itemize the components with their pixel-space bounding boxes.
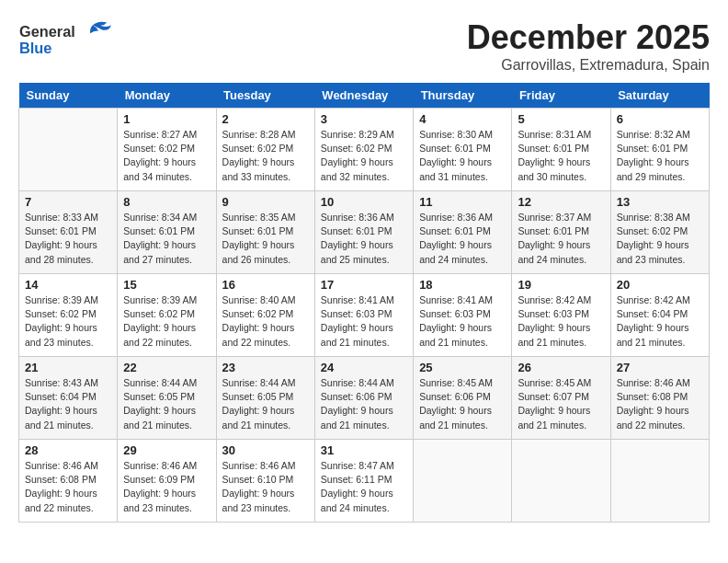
calendar-cell: 22Sunrise: 8:44 AM Sunset: 6:05 PM Dayli… (118, 357, 216, 440)
day-header-tuesday: Tuesday (216, 83, 314, 109)
day-number: 31 (321, 443, 407, 457)
day-number: 3 (321, 112, 407, 126)
day-info: Sunrise: 8:44 AM Sunset: 6:05 PM Dayligh… (222, 376, 309, 432)
day-number: 8 (123, 195, 210, 209)
day-header-wednesday: Wednesday (314, 83, 413, 109)
calendar-cell: 3Sunrise: 8:29 AM Sunset: 6:02 PM Daylig… (314, 109, 413, 191)
day-info: Sunrise: 8:44 AM Sunset: 6:05 PM Dayligh… (123, 376, 210, 432)
month-title: December 2025 (467, 18, 710, 57)
calendar-cell: 20Sunrise: 8:42 AM Sunset: 6:04 PM Dayli… (610, 274, 709, 357)
day-info: Sunrise: 8:44 AM Sunset: 6:06 PM Dayligh… (321, 376, 407, 432)
calendar-cell: 19Sunrise: 8:42 AM Sunset: 6:03 PM Dayli… (512, 274, 610, 357)
day-info: Sunrise: 8:33 AM Sunset: 6:01 PM Dayligh… (25, 211, 111, 267)
week-row-1: 1Sunrise: 8:27 AM Sunset: 6:02 PM Daylig… (19, 109, 710, 191)
calendar-cell: 18Sunrise: 8:41 AM Sunset: 6:03 PM Dayli… (414, 274, 512, 357)
day-number: 30 (222, 443, 309, 457)
day-info: Sunrise: 8:36 AM Sunset: 6:01 PM Dayligh… (419, 211, 506, 267)
logo: General Blue (18, 18, 129, 64)
calendar-cell (19, 109, 118, 191)
day-info: Sunrise: 8:45 AM Sunset: 6:06 PM Dayligh… (419, 376, 506, 432)
calendar-cell: 2Sunrise: 8:28 AM Sunset: 6:02 PM Daylig… (216, 109, 314, 191)
day-info: Sunrise: 8:32 AM Sunset: 6:01 PM Dayligh… (617, 128, 703, 184)
day-number: 9 (222, 195, 309, 209)
day-info: Sunrise: 8:46 AM Sunset: 6:08 PM Dayligh… (25, 459, 111, 515)
day-info: Sunrise: 8:37 AM Sunset: 6:01 PM Dayligh… (518, 211, 604, 267)
day-number: 21 (25, 361, 111, 374)
day-info: Sunrise: 8:39 AM Sunset: 6:02 PM Dayligh… (25, 293, 111, 350)
day-info: Sunrise: 8:38 AM Sunset: 6:02 PM Dayligh… (617, 211, 703, 267)
week-row-5: 28Sunrise: 8:46 AM Sunset: 6:08 PM Dayli… (19, 440, 710, 523)
calendar-cell: 25Sunrise: 8:45 AM Sunset: 6:06 PM Dayli… (414, 357, 512, 440)
day-info: Sunrise: 8:28 AM Sunset: 6:02 PM Dayligh… (222, 128, 309, 184)
calendar-cell: 30Sunrise: 8:46 AM Sunset: 6:10 PM Dayli… (216, 440, 314, 523)
calendar-cell: 15Sunrise: 8:39 AM Sunset: 6:02 PM Dayli… (118, 274, 216, 357)
day-number: 27 (617, 361, 703, 374)
day-number: 24 (321, 361, 407, 374)
day-info: Sunrise: 8:46 AM Sunset: 6:10 PM Dayligh… (222, 459, 309, 515)
day-number: 4 (419, 112, 506, 126)
day-number: 12 (518, 195, 604, 209)
calendar-cell: 4Sunrise: 8:30 AM Sunset: 6:01 PM Daylig… (414, 109, 512, 191)
day-number: 20 (617, 278, 703, 292)
calendar-cell: 6Sunrise: 8:32 AM Sunset: 6:01 PM Daylig… (610, 109, 709, 191)
calendar-cell: 5Sunrise: 8:31 AM Sunset: 6:01 PM Daylig… (512, 109, 610, 191)
calendar-cell (512, 440, 610, 523)
day-info: Sunrise: 8:41 AM Sunset: 6:03 PM Dayligh… (321, 293, 407, 350)
calendar-cell: 27Sunrise: 8:46 AM Sunset: 6:08 PM Dayli… (610, 357, 709, 440)
calendar-cell: 29Sunrise: 8:46 AM Sunset: 6:09 PM Dayli… (118, 440, 216, 523)
page-header: General Blue December 2025 Garrovillas, … (18, 18, 710, 74)
day-number: 6 (617, 112, 703, 126)
day-number: 17 (321, 278, 407, 292)
day-info: Sunrise: 8:43 AM Sunset: 6:04 PM Dayligh… (25, 376, 111, 432)
day-number: 11 (419, 195, 506, 209)
day-header-thursday: Thursday (414, 83, 512, 109)
calendar-cell: 7Sunrise: 8:33 AM Sunset: 6:01 PM Daylig… (19, 191, 118, 274)
day-number: 26 (518, 361, 604, 374)
calendar-cell: 17Sunrise: 8:41 AM Sunset: 6:03 PM Dayli… (314, 274, 413, 357)
calendar-cell: 8Sunrise: 8:34 AM Sunset: 6:01 PM Daylig… (118, 191, 216, 274)
calendar-cell: 24Sunrise: 8:44 AM Sunset: 6:06 PM Dayli… (314, 357, 413, 440)
day-number: 28 (25, 443, 111, 457)
calendar-cell: 10Sunrise: 8:36 AM Sunset: 6:01 PM Dayli… (314, 191, 413, 274)
day-number: 5 (518, 112, 604, 126)
day-info: Sunrise: 8:46 AM Sunset: 6:08 PM Dayligh… (617, 376, 703, 432)
day-number: 7 (25, 195, 111, 209)
day-header-sunday: Sunday (19, 83, 118, 109)
day-number: 23 (222, 361, 309, 374)
calendar-cell (414, 440, 512, 523)
week-row-4: 21Sunrise: 8:43 AM Sunset: 6:04 PM Dayli… (19, 357, 710, 440)
day-number: 2 (222, 112, 309, 126)
calendar-cell: 21Sunrise: 8:43 AM Sunset: 6:04 PM Dayli… (19, 357, 118, 440)
day-number: 10 (321, 195, 407, 209)
title-block: December 2025 Garrovillas, Extremadura, … (467, 18, 710, 74)
calendar-cell: 12Sunrise: 8:37 AM Sunset: 6:01 PM Dayli… (512, 191, 610, 274)
day-number: 14 (25, 278, 111, 292)
calendar-cell: 13Sunrise: 8:38 AM Sunset: 6:02 PM Dayli… (610, 191, 709, 274)
day-info: Sunrise: 8:41 AM Sunset: 6:03 PM Dayligh… (419, 293, 506, 350)
day-info: Sunrise: 8:40 AM Sunset: 6:02 PM Dayligh… (222, 293, 309, 350)
day-number: 18 (419, 278, 506, 292)
day-info: Sunrise: 8:29 AM Sunset: 6:02 PM Dayligh… (321, 128, 407, 184)
calendar-cell: 14Sunrise: 8:39 AM Sunset: 6:02 PM Dayli… (19, 274, 118, 357)
day-info: Sunrise: 8:30 AM Sunset: 6:01 PM Dayligh… (419, 128, 506, 184)
calendar-cell: 26Sunrise: 8:45 AM Sunset: 6:07 PM Dayli… (512, 357, 610, 440)
day-info: Sunrise: 8:35 AM Sunset: 6:01 PM Dayligh… (222, 211, 309, 267)
calendar-cell (610, 440, 709, 523)
day-number: 25 (419, 361, 506, 374)
day-header-saturday: Saturday (610, 83, 709, 109)
calendar-header-row: SundayMondayTuesdayWednesdayThursdayFrid… (19, 83, 710, 109)
svg-text:General: General (19, 23, 75, 40)
location: Garrovillas, Extremadura, Spain (467, 57, 710, 74)
day-info: Sunrise: 8:46 AM Sunset: 6:09 PM Dayligh… (123, 459, 210, 515)
day-number: 22 (123, 361, 210, 374)
day-info: Sunrise: 8:42 AM Sunset: 6:03 PM Dayligh… (518, 293, 604, 350)
calendar-cell: 11Sunrise: 8:36 AM Sunset: 6:01 PM Dayli… (414, 191, 512, 274)
day-info: Sunrise: 8:34 AM Sunset: 6:01 PM Dayligh… (123, 211, 210, 267)
day-info: Sunrise: 8:45 AM Sunset: 6:07 PM Dayligh… (518, 376, 604, 432)
week-row-3: 14Sunrise: 8:39 AM Sunset: 6:02 PM Dayli… (19, 274, 710, 357)
calendar-cell: 9Sunrise: 8:35 AM Sunset: 6:01 PM Daylig… (216, 191, 314, 274)
day-info: Sunrise: 8:42 AM Sunset: 6:04 PM Dayligh… (617, 293, 703, 350)
day-number: 16 (222, 278, 309, 292)
day-number: 13 (617, 195, 703, 209)
day-info: Sunrise: 8:39 AM Sunset: 6:02 PM Dayligh… (123, 293, 210, 350)
